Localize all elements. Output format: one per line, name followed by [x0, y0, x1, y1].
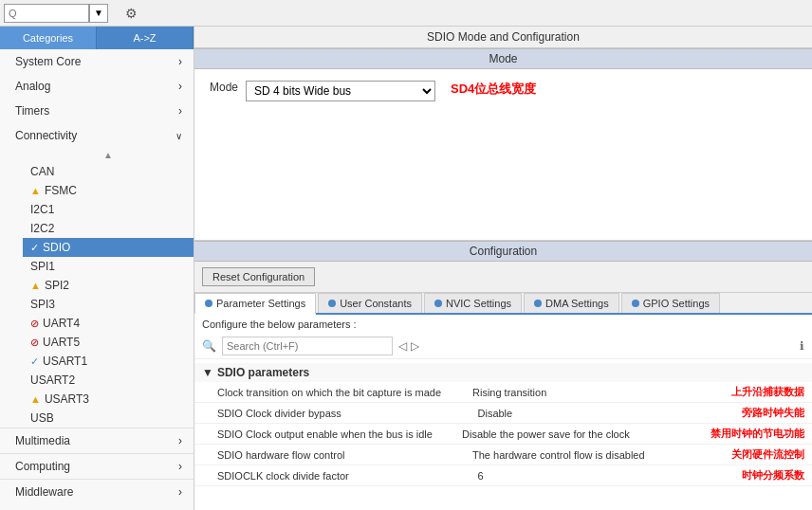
- param-value-1: Disable: [478, 408, 739, 419]
- usart1-label: USART1: [43, 355, 87, 368]
- sidebar-item-can[interactable]: CAN: [23, 162, 194, 181]
- can-label: CAN: [30, 165, 54, 178]
- param-tab-label: Parameter Settings: [216, 298, 305, 309]
- multimedia-label: Multimedia: [15, 434, 70, 447]
- i2c1-label: I2C1: [30, 203, 54, 216]
- table-row: SDIO Clock divider bypass Disable 旁路时钟失能: [194, 403, 812, 424]
- sidebar-item-usb[interactable]: USB: [23, 409, 194, 428]
- tab-az[interactable]: A->Z: [97, 27, 194, 49]
- connectivity-chevron: ∨: [175, 131, 182, 141]
- reset-config-button[interactable]: Reset Configuration: [202, 267, 315, 286]
- sidebar-item-spi2[interactable]: ▲ SPI2: [23, 276, 194, 295]
- nvic-tab-dot: [434, 300, 442, 307]
- config-section-header: Configuration: [194, 241, 812, 262]
- config-tabs: Parameter Settings User Constants NVIC S…: [194, 293, 812, 315]
- param-name-3: SDIO hardware flow control: [217, 449, 472, 461]
- sidebar-item-computing[interactable]: Computing ›: [0, 453, 194, 479]
- search-box: ▼: [4, 4, 118, 23]
- table-row: SDIO Clock output enable when the bus is…: [194, 424, 812, 445]
- param-group-label: SDIO parameters: [217, 366, 309, 379]
- sidebar-item-uart5[interactable]: ⊘ UART5: [23, 333, 194, 352]
- middleware-label: Middleware: [15, 485, 73, 499]
- sdio-check-icon: ✓: [30, 242, 39, 254]
- sidebar-item-timers[interactable]: Timers ›: [0, 99, 194, 123]
- search-input[interactable]: [4, 4, 89, 23]
- sidebar-item-usart3[interactable]: ▲ USART3: [23, 390, 194, 409]
- sidebar-tabs: Categories A->Z: [0, 27, 194, 49]
- mode-section: Mode Mode SD 4 bits Wide bus SD4位总线宽度: [194, 48, 812, 240]
- multimedia-chevron: ›: [178, 434, 182, 447]
- timers-label: Timers: [15, 104, 49, 118]
- mode-section-header: Mode: [194, 48, 812, 69]
- sidebar: Categories A->Z System Core › Analog › T…: [0, 27, 194, 510]
- param-value-3: The hardware control flow is disabled: [472, 449, 728, 461]
- nvic-tab-label: NVIC Settings: [446, 298, 511, 309]
- param-search-input[interactable]: [222, 337, 393, 355]
- gpio-tab-dot: [632, 300, 639, 307]
- search-icons: ◁ ▷: [398, 339, 419, 353]
- usart3-warning-icon: ▲: [30, 393, 41, 405]
- table-row: SDIO hardware flow control The hardware …: [194, 445, 812, 465]
- sidebar-item-analog[interactable]: Analog ›: [0, 74, 194, 99]
- usb-label: USB: [30, 411, 54, 425]
- sidebar-item-i2c2[interactable]: I2C2: [23, 219, 194, 238]
- sidebar-item-i2c1[interactable]: I2C1: [23, 200, 194, 219]
- config-section: Configuration Reset Configuration Parame…: [194, 240, 812, 510]
- sidebar-item-fsmc[interactable]: ▲ FSMC: [23, 181, 194, 200]
- tab-gpio-settings[interactable]: GPIO Settings: [621, 293, 720, 313]
- spi2-warning-icon: ▲: [30, 280, 41, 291]
- scroll-up-btn[interactable]: ▲: [23, 148, 194, 162]
- sidebar-item-spi1[interactable]: SPI1: [23, 257, 194, 276]
- top-bar: ▼ ⚙: [0, 0, 812, 27]
- timers-chevron: ›: [178, 104, 182, 118]
- sidebar-item-connectivity[interactable]: Connectivity ∨: [0, 123, 194, 148]
- param-annotation-4: 时钟分频系数: [742, 468, 804, 483]
- sidebar-item-sdio[interactable]: ✓ SDIO: [23, 238, 194, 257]
- analog-label: Analog: [15, 80, 50, 93]
- param-annotation-1: 旁路时钟失能: [742, 406, 804, 420]
- sidebar-item-usart2[interactable]: USART2: [23, 371, 194, 390]
- search-prev-icon[interactable]: ◁: [398, 339, 407, 353]
- sidebar-item-usart1[interactable]: ✓ USART1: [23, 352, 194, 371]
- uart5-error-icon: ⊘: [30, 337, 39, 349]
- param-name-1: SDIO Clock divider bypass: [217, 408, 478, 419]
- mode-row: Mode SD 4 bits Wide bus SD4位总线宽度: [194, 69, 812, 240]
- param-annotation-3: 关闭硬件流控制: [731, 447, 804, 462]
- spi3-label: SPI3: [30, 298, 55, 311]
- content-area: SDIO Mode and Configuration Mode Mode SD…: [194, 27, 812, 510]
- table-row: SDIOCLK clock divide factor 6 时钟分频系数: [194, 465, 812, 486]
- mode-label: Mode: [210, 81, 238, 94]
- param-name-4: SDIOCLK clock divide factor: [217, 470, 478, 482]
- tab-dma-settings[interactable]: DMA Settings: [524, 293, 619, 313]
- tab-user-constants[interactable]: User Constants: [318, 293, 422, 313]
- search-dropdown-btn[interactable]: ▼: [89, 4, 108, 23]
- mode-select[interactable]: SD 4 bits Wide bus: [246, 81, 435, 101]
- collapse-icon: ▼: [202, 366, 213, 379]
- computing-label: Computing: [15, 460, 70, 473]
- tab-parameter-settings[interactable]: Parameter Settings: [194, 293, 316, 315]
- param-annotation-0: 上升沿捕获数据: [731, 385, 804, 399]
- search-bar: 🔍 ◁ ▷ ℹ: [194, 334, 812, 359]
- tab-nvic-settings[interactable]: NVIC Settings: [424, 293, 522, 313]
- usart1-check-icon: ✓: [30, 355, 39, 368]
- system-core-label: System Core: [15, 55, 81, 68]
- i2c2-label: I2C2: [30, 222, 54, 235]
- sidebar-item-multimedia[interactable]: Multimedia ›: [0, 428, 194, 453]
- sidebar-item-middleware[interactable]: Middleware ›: [0, 479, 194, 504]
- gear-button[interactable]: ⚙: [121, 4, 140, 23]
- fsmc-label: FSMC: [45, 184, 77, 197]
- dma-tab-label: DMA Settings: [545, 298, 609, 309]
- config-desc: Configure the below parameters :: [194, 315, 812, 334]
- param-value-2: Disable the power save for the clock: [462, 428, 707, 440]
- params-list: ▼ SDIO parameters Clock transition on wh…: [194, 359, 812, 510]
- sidebar-item-uart4[interactable]: ⊘ UART4: [23, 314, 194, 333]
- computing-chevron: ›: [178, 460, 182, 473]
- usart2-label: USART2: [30, 373, 75, 387]
- content-title: SDIO Mode and Configuration: [194, 27, 812, 48]
- search-next-icon[interactable]: ▷: [411, 339, 419, 353]
- sidebar-item-system-core[interactable]: System Core ›: [0, 49, 194, 74]
- sidebar-item-spi3[interactable]: SPI3: [23, 295, 194, 314]
- user-tab-dot: [328, 300, 336, 307]
- tab-categories[interactable]: Categories: [0, 27, 97, 49]
- param-group-header[interactable]: ▼ SDIO parameters: [194, 363, 812, 382]
